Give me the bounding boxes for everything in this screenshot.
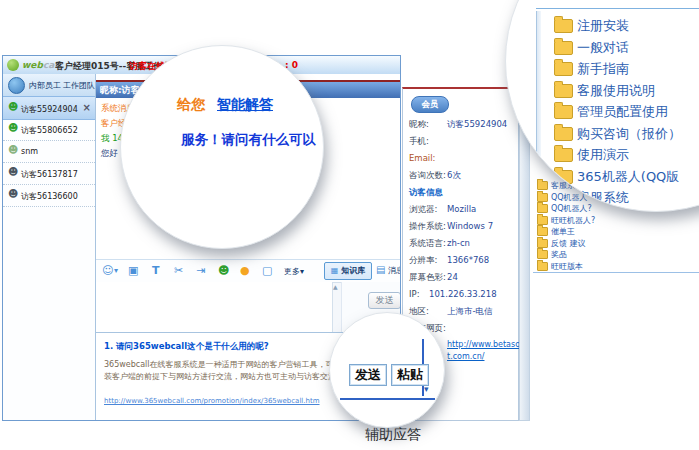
visitor-row[interactable]: ☻ 访客55924904 ×: [3, 96, 95, 120]
folder-icon: [537, 250, 548, 259]
folder-icon: [554, 127, 573, 141]
visitor-name: 访客55924904: [21, 104, 78, 115]
visitor-offline-icon: ☻: [8, 189, 18, 199]
field-value: Windows 7: [447, 221, 493, 231]
magnified-send-button[interactable]: 发送: [349, 364, 387, 386]
webcall-logo-icon: [7, 59, 19, 71]
chat-magnifier-circle: 给您 智能解答 服务！请问有什么可以: [120, 45, 324, 249]
folder-item[interactable]: 催单王: [530, 226, 699, 237]
folder-icon: [554, 148, 573, 162]
folder-icon: [537, 262, 548, 271]
visitor-row[interactable]: ☻ 访客55806652: [3, 118, 95, 141]
field-label: 浏览器:: [409, 204, 437, 216]
visitor-row[interactable]: ☻ 访客56136600: [3, 184, 95, 207]
visitor-name: 访客55806652: [21, 125, 78, 136]
member-tab[interactable]: 会员: [411, 96, 449, 113]
magnified-folder-item[interactable]: 一般对话: [506, 39, 699, 59]
scissors-icon[interactable]: ✂: [174, 264, 183, 277]
visitor-sidebar: 内部员工 工作团队 ☻ 访客55924904 × ☻ 访客55806652 ☻ …: [3, 74, 96, 420]
visitor-row[interactable]: ☻ 访客56137817: [3, 162, 95, 185]
magnified-folder-item[interactable]: 注册安装: [506, 17, 699, 37]
file-transfer-icon[interactable]: ⇥: [196, 264, 205, 277]
field-label: 昵称:: [409, 119, 429, 131]
visitor-row[interactable]: ☻ snm: [3, 140, 95, 163]
visitor-name: 访客56136600: [21, 191, 78, 202]
magnified-panel-border: [536, 8, 699, 9]
magnified-folder-item[interactable]: 客服使用说明: [506, 82, 699, 102]
visitor-away-icon: ☻: [8, 145, 18, 155]
folder-panel-divider: [533, 272, 699, 273]
visitor-online-icon: ☻: [8, 102, 18, 112]
caption-label: 辅助应答: [343, 426, 443, 444]
remote-assist-icon[interactable]: ▢: [262, 264, 272, 277]
folder-icon: [554, 41, 573, 55]
field-label: 地区:: [409, 306, 429, 318]
folder-item[interactable]: 旺旺版本: [530, 261, 699, 272]
folder-icon: [554, 105, 573, 119]
sidebar-tab-bar: 内部员工 工作团队: [3, 74, 95, 97]
field-value: 1366*768: [447, 255, 489, 265]
magnified-folder-item[interactable]: 新手指南: [506, 60, 699, 80]
folder-icon: [554, 62, 573, 76]
chat-toolbar: ☺ ▾ ▣ T ✂ ⇥ ☻ ● ▢ 更多▾ ▦ 知识库 ▤ 消息记录: [96, 259, 400, 283]
magnified-input-border: [340, 398, 435, 400]
field-label: 手机:: [409, 136, 429, 148]
field-label: 咨询次数:: [409, 170, 446, 182]
folder-icon: [537, 216, 548, 225]
magnified-smart-answer-link[interactable]: 智能解答: [217, 96, 273, 114]
tab-work-team[interactable]: 工作团队: [63, 80, 95, 91]
field-label: Email:: [409, 153, 435, 163]
visitor-offline-icon: ☻: [8, 167, 18, 177]
logo-web: web: [22, 60, 43, 70]
folder-icon: [554, 19, 573, 33]
more-menu[interactable]: 更多▾: [284, 266, 304, 277]
folder-icon: [537, 239, 548, 248]
buttons-magnifier-circle: ▾ 发送 粘贴: [329, 312, 445, 428]
field-label: IP:: [409, 289, 420, 299]
screenshot-icon[interactable]: ▣: [128, 264, 138, 277]
close-chat-icon[interactable]: ×: [83, 102, 91, 113]
message-history-button[interactable]: ▤ 消息记录: [376, 264, 400, 276]
folder-icon: [537, 227, 548, 236]
folder-item[interactable]: 奖品: [530, 249, 699, 260]
knowledge-base-icon: ▦: [331, 266, 339, 275]
message-history-icon: ▤: [376, 264, 385, 275]
field-value: zh-cn: [447, 238, 470, 248]
screenshot-stage: webcall 客户经理015号--客服工作台 访客在线数: 48 : 0 内部…: [0, 0, 699, 450]
knowledge-base-button[interactable]: ▦ 知识库: [324, 262, 372, 280]
font-icon[interactable]: T: [152, 264, 160, 277]
visitor-name: snm: [21, 147, 38, 156]
scroll-up-icon[interactable]: ▲: [333, 283, 338, 290]
field-value: 101.226.33.218: [429, 289, 497, 299]
magnified-folder-item[interactable]: 购买咨询（报价）: [506, 125, 699, 145]
emoticon-icon[interactable]: ☺: [102, 264, 113, 277]
magnified-folder-item[interactable]: 管理员配置使用: [506, 103, 699, 123]
send-button[interactable]: 发送: [368, 292, 400, 309]
source-link[interactable]: t.com.cn/: [447, 352, 484, 361]
qa-answer-link[interactable]: http://www.365webcall.com/promotion/inde…: [104, 397, 320, 405]
qa-question: 1. 请问365webcall这个是干什么用的呢?: [104, 341, 269, 353]
field-value: 24: [447, 272, 458, 282]
tab-internal-staff[interactable]: 内部员工: [29, 80, 61, 91]
more-dropdown-icon: ▾: [300, 267, 304, 276]
evaluate-icon[interactable]: ●: [240, 264, 250, 277]
field-label: 系统语言:: [409, 238, 446, 250]
folder-icon: [537, 193, 548, 202]
field-label: 分辨率:: [409, 255, 437, 267]
visitor-name: 访客56137817: [21, 169, 78, 180]
field-value: 访客55924904: [447, 119, 507, 131]
emoticon-dropdown-icon[interactable]: ▾: [114, 264, 118, 277]
folder-item[interactable]: 旺旺机器人?: [530, 215, 699, 226]
magnified-greeting-text: 服务！请问有什么可以: [181, 131, 316, 149]
folder-icon: [554, 84, 573, 98]
field-value: 上海市-电信: [447, 306, 493, 318]
field-value: Mozilla: [447, 204, 476, 214]
magnified-system-text: 给您: [177, 96, 205, 114]
field-label: 操作系统:: [409, 221, 446, 233]
magnified-paste-button[interactable]: 粘贴: [391, 364, 429, 386]
invite-person-icon[interactable]: ☻: [218, 264, 229, 277]
source-link[interactable]: http://www.betasof: [447, 340, 523, 349]
status-round-button[interactable]: [8, 77, 25, 94]
folder-item[interactable]: 反馈 建议: [530, 238, 699, 249]
folder-icon: [537, 204, 548, 213]
